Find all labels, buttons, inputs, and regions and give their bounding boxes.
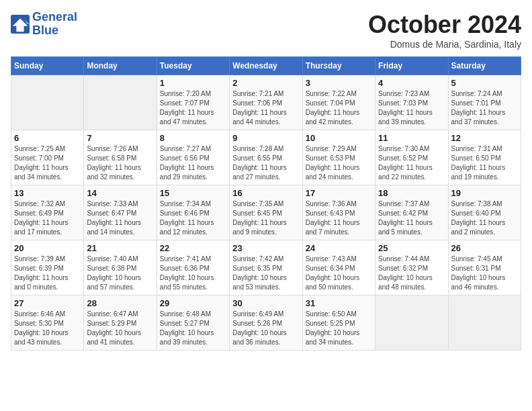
calendar-week-row: 13Sunrise: 7:32 AM Sunset: 6:49 PM Dayli…	[11, 185, 521, 240]
calendar-cell: 16Sunrise: 7:35 AM Sunset: 6:45 PM Dayli…	[230, 185, 302, 240]
calendar-cell	[11, 75, 84, 130]
calendar-cell: 7Sunrise: 7:26 AM Sunset: 6:58 PM Daylig…	[84, 130, 157, 185]
calendar-cell: 8Sunrise: 7:27 AM Sunset: 6:56 PM Daylig…	[157, 130, 229, 185]
day-number: 15	[160, 188, 226, 198]
day-info: Sunrise: 7:37 AM Sunset: 6:42 PM Dayligh…	[378, 199, 445, 237]
day-info: Sunrise: 7:27 AM Sunset: 6:56 PM Dayligh…	[160, 144, 226, 182]
day-number: 14	[87, 188, 153, 198]
calendar-cell: 23Sunrise: 7:42 AM Sunset: 6:35 PM Dayli…	[230, 240, 302, 295]
calendar-cell: 19Sunrise: 7:38 AM Sunset: 6:40 PM Dayli…	[448, 185, 521, 240]
day-number: 9	[232, 133, 299, 143]
logo-line1: General	[32, 11, 77, 24]
day-number: 20	[14, 243, 81, 253]
calendar-cell: 15Sunrise: 7:34 AM Sunset: 6:46 PM Dayli…	[157, 185, 229, 240]
day-number: 3	[306, 78, 372, 88]
day-info: Sunrise: 7:30 AM Sunset: 6:52 PM Dayligh…	[378, 144, 445, 182]
calendar-cell	[448, 295, 521, 351]
calendar-cell: 10Sunrise: 7:29 AM Sunset: 6:53 PM Dayli…	[302, 130, 375, 185]
calendar-cell: 17Sunrise: 7:36 AM Sunset: 6:43 PM Dayli…	[302, 185, 375, 240]
calendar-cell: 11Sunrise: 7:30 AM Sunset: 6:52 PM Dayli…	[375, 130, 448, 185]
day-info: Sunrise: 7:40 AM Sunset: 6:38 PM Dayligh…	[87, 255, 153, 292]
day-info: Sunrise: 7:32 AM Sunset: 6:49 PM Dayligh…	[14, 199, 81, 237]
day-number: 11	[378, 133, 445, 143]
day-info: Sunrise: 7:43 AM Sunset: 6:34 PM Dayligh…	[306, 255, 372, 292]
calendar-cell: 20Sunrise: 7:39 AM Sunset: 6:39 PM Dayli…	[11, 240, 84, 295]
day-number: 4	[378, 78, 445, 88]
day-info: Sunrise: 7:25 AM Sunset: 7:00 PM Dayligh…	[14, 144, 81, 182]
day-header-wednesday: Wednesday	[230, 57, 302, 75]
day-number: 21	[87, 243, 153, 253]
calendar-week-row: 27Sunrise: 6:46 AM Sunset: 5:30 PM Dayli…	[11, 295, 521, 351]
calendar-table: SundayMondayTuesdayWednesdayThursdayFrid…	[11, 56, 521, 351]
day-header-thursday: Thursday	[302, 57, 375, 75]
day-info: Sunrise: 7:45 AM Sunset: 6:31 PM Dayligh…	[451, 255, 518, 292]
day-number: 18	[378, 188, 445, 198]
day-number: 24	[306, 243, 372, 253]
calendar-cell: 18Sunrise: 7:37 AM Sunset: 6:42 PM Dayli…	[375, 185, 448, 240]
day-number: 8	[160, 133, 226, 143]
day-header-sunday: Sunday	[11, 57, 84, 75]
month-title: October 2024	[368, 11, 521, 39]
day-number: 29	[160, 298, 226, 308]
day-info: Sunrise: 7:38 AM Sunset: 6:40 PM Dayligh…	[451, 199, 518, 237]
calendar-cell: 3Sunrise: 7:22 AM Sunset: 7:04 PM Daylig…	[302, 75, 375, 130]
day-info: Sunrise: 7:35 AM Sunset: 6:45 PM Dayligh…	[232, 199, 299, 237]
calendar-header: SundayMondayTuesdayWednesdayThursdayFrid…	[11, 57, 521, 75]
calendar-cell: 30Sunrise: 6:49 AM Sunset: 5:26 PM Dayli…	[230, 295, 302, 351]
calendar-cell	[375, 295, 448, 351]
calendar-cell: 5Sunrise: 7:24 AM Sunset: 7:01 PM Daylig…	[448, 75, 521, 130]
day-number: 7	[87, 133, 153, 143]
day-number: 10	[306, 133, 372, 143]
day-number: 27	[14, 298, 81, 308]
title-block: October 2024 Domus de Maria, Sardinia, I…	[368, 11, 521, 50]
calendar-cell: 1Sunrise: 7:20 AM Sunset: 7:07 PM Daylig…	[157, 75, 229, 130]
day-number: 16	[232, 188, 299, 198]
day-number: 13	[14, 188, 81, 198]
day-info: Sunrise: 7:29 AM Sunset: 6:53 PM Dayligh…	[306, 144, 372, 182]
calendar-week-row: 1Sunrise: 7:20 AM Sunset: 7:07 PM Daylig…	[11, 75, 521, 130]
calendar-cell: 31Sunrise: 6:50 AM Sunset: 5:25 PM Dayli…	[302, 295, 375, 351]
logo-text: General Blue	[32, 11, 77, 38]
day-number: 31	[306, 298, 372, 308]
day-number: 25	[378, 243, 445, 253]
day-number: 5	[451, 78, 518, 88]
calendar-cell: 25Sunrise: 7:44 AM Sunset: 6:32 PM Dayli…	[375, 240, 448, 295]
day-number: 17	[306, 188, 372, 198]
logo: General Blue	[11, 11, 77, 38]
day-info: Sunrise: 7:22 AM Sunset: 7:04 PM Dayligh…	[306, 89, 372, 127]
day-header-monday: Monday	[84, 57, 157, 75]
day-header-tuesday: Tuesday	[157, 57, 229, 75]
day-info: Sunrise: 7:34 AM Sunset: 6:46 PM Dayligh…	[160, 199, 226, 237]
location-subtitle: Domus de Maria, Sardinia, Italy	[368, 39, 521, 50]
day-info: Sunrise: 7:26 AM Sunset: 6:58 PM Dayligh…	[87, 144, 153, 182]
calendar-cell: 26Sunrise: 7:45 AM Sunset: 6:31 PM Dayli…	[448, 240, 521, 295]
calendar-cell: 21Sunrise: 7:40 AM Sunset: 6:38 PM Dayli…	[84, 240, 157, 295]
logo-icon	[11, 15, 30, 34]
day-info: Sunrise: 7:41 AM Sunset: 6:36 PM Dayligh…	[160, 255, 226, 292]
day-info: Sunrise: 7:33 AM Sunset: 6:47 PM Dayligh…	[87, 199, 153, 237]
day-info: Sunrise: 6:49 AM Sunset: 5:26 PM Dayligh…	[232, 310, 299, 347]
calendar-cell: 24Sunrise: 7:43 AM Sunset: 6:34 PM Dayli…	[302, 240, 375, 295]
day-number: 2	[232, 78, 299, 88]
day-number: 12	[451, 133, 518, 143]
day-number: 28	[87, 298, 153, 308]
calendar-cell: 6Sunrise: 7:25 AM Sunset: 7:00 PM Daylig…	[11, 130, 84, 185]
day-number: 6	[14, 133, 81, 143]
day-number: 30	[232, 298, 299, 308]
calendar-cell: 22Sunrise: 7:41 AM Sunset: 6:36 PM Dayli…	[157, 240, 229, 295]
day-info: Sunrise: 7:31 AM Sunset: 6:50 PM Dayligh…	[451, 144, 518, 182]
day-info: Sunrise: 6:48 AM Sunset: 5:27 PM Dayligh…	[160, 310, 226, 347]
day-info: Sunrise: 7:39 AM Sunset: 6:39 PM Dayligh…	[14, 255, 81, 292]
calendar-cell: 2Sunrise: 7:21 AM Sunset: 7:06 PM Daylig…	[230, 75, 302, 130]
logo-line2: Blue	[32, 24, 77, 38]
day-info: Sunrise: 7:21 AM Sunset: 7:06 PM Dayligh…	[232, 89, 299, 127]
calendar-body: 1Sunrise: 7:20 AM Sunset: 7:07 PM Daylig…	[11, 75, 521, 351]
day-info: Sunrise: 6:50 AM Sunset: 5:25 PM Dayligh…	[306, 310, 372, 347]
day-info: Sunrise: 7:24 AM Sunset: 7:01 PM Dayligh…	[451, 89, 518, 127]
day-info: Sunrise: 7:23 AM Sunset: 7:03 PM Dayligh…	[378, 89, 445, 127]
day-header-saturday: Saturday	[448, 57, 521, 75]
calendar-week-row: 6Sunrise: 7:25 AM Sunset: 7:00 PM Daylig…	[11, 130, 521, 185]
day-info: Sunrise: 7:36 AM Sunset: 6:43 PM Dayligh…	[306, 199, 372, 237]
calendar-cell: 12Sunrise: 7:31 AM Sunset: 6:50 PM Dayli…	[448, 130, 521, 185]
day-number: 1	[160, 78, 226, 88]
